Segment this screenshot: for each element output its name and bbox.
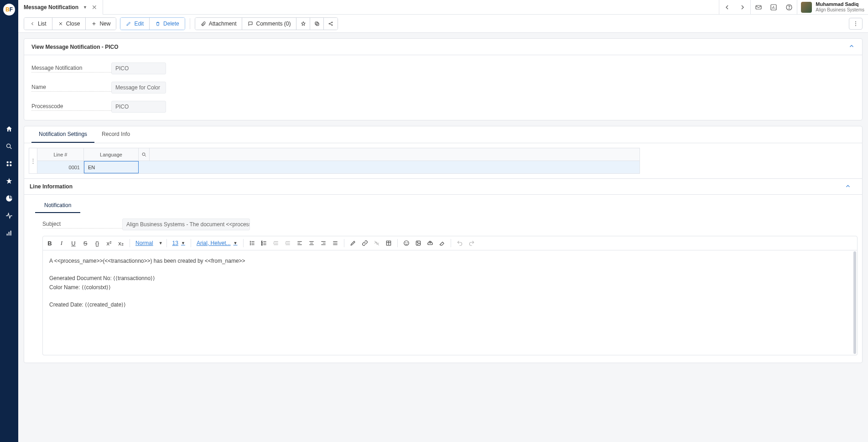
svg-point-70: [417, 242, 418, 243]
nav-forward-icon[interactable]: [735, 0, 750, 14]
cell-language[interactable]: EN: [84, 161, 139, 173]
mail-icon[interactable]: [750, 0, 766, 14]
table-row[interactable]: 0001 EN: [37, 161, 639, 173]
more-button[interactable]: [849, 18, 863, 30]
svg-point-15: [789, 8, 790, 9]
user-org: Align Business Systems: [816, 7, 864, 13]
svg-line-26: [330, 24, 332, 25]
tab-notification[interactable]: Notification: [35, 198, 80, 213]
user-menu[interactable]: Muhammad Sadiq Align Business Systems: [797, 0, 868, 14]
svg-point-24: [332, 25, 333, 26]
svg-point-28: [855, 23, 856, 24]
svg-text:3: 3: [261, 244, 262, 246]
size-select[interactable]: 13▼: [171, 240, 187, 246]
redo-button[interactable]: [467, 238, 477, 248]
svg-point-27: [855, 21, 856, 22]
home-icon[interactable]: [0, 120, 18, 138]
field-value-name: Message for Color: [111, 82, 166, 94]
subscript-button[interactable]: x₂: [116, 238, 126, 248]
favorite-button[interactable]: [296, 18, 310, 30]
nav-back-icon[interactable]: [719, 0, 735, 14]
col-line[interactable]: Line #: [37, 148, 84, 161]
comments-button[interactable]: Comments (0): [242, 18, 296, 30]
panel-title: View Message Notification - PICO: [31, 44, 119, 50]
outdent-button[interactable]: [271, 238, 281, 248]
close-button[interactable]: Close: [52, 18, 86, 30]
svg-line-31: [145, 155, 146, 156]
undo-button[interactable]: [455, 238, 465, 248]
svg-point-36: [250, 244, 250, 245]
apps-icon[interactable]: [0, 155, 18, 172]
subject-label: Subject: [42, 221, 122, 229]
italic-button[interactable]: I: [57, 238, 67, 248]
close-icon[interactable]: ✕: [92, 4, 97, 11]
svg-point-34: [250, 243, 250, 243]
indent-button[interactable]: [283, 238, 293, 248]
tab-notification-settings[interactable]: Notification Settings: [31, 126, 94, 143]
rich-editor: B I U S {} x² x₂ Normal▼ 13▼ Arial, Helv…: [42, 236, 858, 355]
attachment-button[interactable]: Attachment: [195, 18, 243, 30]
field-label-notif: Message Notification: [31, 65, 111, 73]
bold-button[interactable]: B: [45, 238, 55, 248]
svg-rect-6: [7, 234, 8, 235]
scrollbar[interactable]: [853, 251, 856, 354]
svg-point-30: [142, 153, 145, 156]
emoji-button[interactable]: [401, 238, 411, 248]
document-tab[interactable]: Message Notification ▼ ✕: [18, 0, 103, 15]
caret-down-icon[interactable]: ▼: [83, 5, 87, 10]
superscript-button[interactable]: x²: [104, 238, 114, 248]
delete-button[interactable]: Delete: [150, 18, 185, 30]
editor-body[interactable]: A <<process_name>>(<<transactionno>>) ha…: [42, 250, 858, 355]
new-button[interactable]: New: [86, 18, 116, 30]
font-select[interactable]: Arial, Helvet...▼: [195, 240, 239, 246]
copy-button[interactable]: [310, 18, 324, 30]
bars-icon[interactable]: [0, 224, 18, 242]
align-right-button[interactable]: [318, 238, 328, 248]
tab-record-info[interactable]: Record Info: [94, 126, 137, 143]
app-logo: BF: [3, 4, 15, 16]
star-icon[interactable]: [0, 172, 18, 190]
image-button[interactable]: [413, 238, 423, 248]
col-search-icon[interactable]: [139, 148, 150, 161]
col-language[interactable]: Language: [84, 148, 139, 161]
collapse-icon[interactable]: [848, 43, 855, 51]
svg-point-22: [329, 23, 330, 24]
help-icon[interactable]: [781, 0, 797, 14]
svg-point-68: [407, 243, 407, 243]
lines-grid: ⋮ Line # Language 0001 EN: [29, 148, 640, 174]
code-button[interactable]: {}: [92, 238, 102, 248]
svg-point-23: [332, 22, 333, 23]
line-info-title: Line Information: [30, 183, 73, 190]
strike-button[interactable]: S: [80, 238, 90, 248]
edit-button[interactable]: Edit: [120, 18, 150, 30]
svg-rect-8: [10, 231, 11, 236]
svg-rect-69: [416, 241, 420, 245]
eraser-button[interactable]: [437, 238, 447, 248]
link-button[interactable]: [360, 238, 370, 248]
format-select[interactable]: Normal: [134, 240, 155, 246]
share-button[interactable]: [324, 18, 338, 30]
search-icon[interactable]: [0, 138, 18, 155]
align-justify-button[interactable]: [330, 238, 340, 248]
chart-icon[interactable]: [766, 0, 781, 14]
topbar: Message Notification ▼ ✕ Muhammad Sadiq …: [18, 0, 868, 15]
svg-rect-2: [7, 161, 9, 163]
svg-line-25: [330, 22, 332, 23]
upload-button[interactable]: [425, 238, 435, 248]
pie-icon[interactable]: [0, 190, 18, 207]
ol-button[interactable]: 123: [259, 238, 269, 248]
table-button[interactable]: [384, 238, 394, 248]
svg-point-67: [405, 243, 405, 243]
grid-menu-icon[interactable]: ⋮: [29, 148, 37, 174]
activity-icon[interactable]: [0, 207, 18, 224]
unlink-button[interactable]: [372, 238, 382, 248]
list-button[interactable]: List: [24, 18, 52, 30]
underline-button[interactable]: U: [68, 238, 78, 248]
color-button[interactable]: [348, 238, 358, 248]
collapse-icon[interactable]: [845, 183, 851, 191]
field-value-processcode: PICO: [111, 101, 166, 113]
ul-button[interactable]: [247, 238, 257, 248]
line-info-header: Line Information: [24, 178, 862, 195]
align-left-button[interactable]: [295, 238, 305, 248]
align-center-button[interactable]: [307, 238, 317, 248]
